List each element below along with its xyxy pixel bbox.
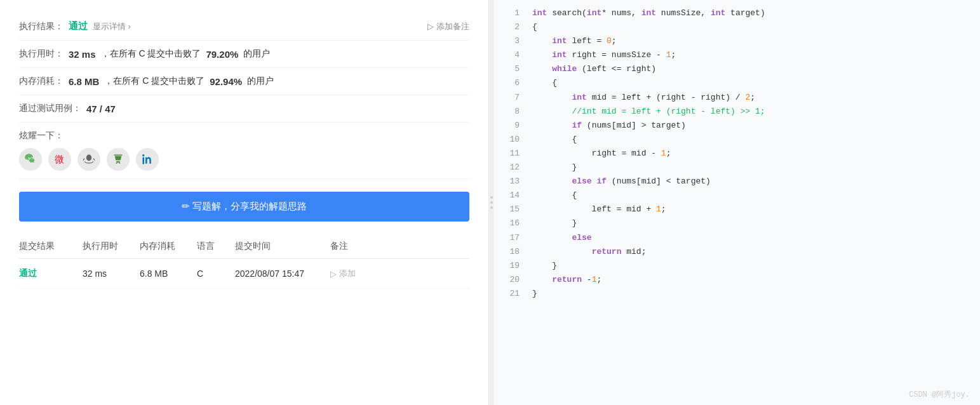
time-suffix: ，在所有 C 提交中击败了 <box>101 48 201 60</box>
code-line-10: { <box>532 133 974 147</box>
line-num-16: 16 <box>500 216 520 230</box>
result-row: 执行结果： 通过 显示详情 ▷ 添加备注 <box>19 13 469 41</box>
code-line-7: int mid = left + (right - right) / 2; <box>532 91 974 105</box>
result-label: 执行结果： <box>19 21 64 32</box>
code-line-15: left = mid + 1; <box>532 202 974 216</box>
cases-row: 通过测试用例： 47 / 47 <box>19 95 469 123</box>
write-solution-button[interactable]: ✏ 写题解，分享我的解题思路 <box>19 192 469 222</box>
add-note-button[interactable]: ▷ 添加备注 <box>427 21 469 32</box>
code-line-16: } <box>532 216 974 230</box>
line-num-15: 15 <box>500 202 520 216</box>
line-num-7: 7 <box>500 91 520 105</box>
line-numbers: 1 2 3 4 5 6 7 8 9 10 11 12 13 14 15 16 1… <box>494 6 526 301</box>
code-line-11: right = mid - 1; <box>532 147 974 161</box>
code-line-5: while (left <= right) <box>532 62 974 76</box>
weibo-icon[interactable]: 微 <box>48 148 71 171</box>
row-memory: 6.8 MB <box>140 269 197 279</box>
line-num-2: 2 <box>500 20 520 34</box>
line-num-3: 3 <box>500 34 520 48</box>
mem-percent: 92.94% <box>210 76 242 87</box>
line-num-6: 6 <box>500 76 520 90</box>
code-container: 1 2 3 4 5 6 7 8 9 10 11 12 13 14 15 16 1… <box>494 0 980 307</box>
line-num-10: 10 <box>500 133 520 147</box>
row-submit-time: 2022/08/07 15:47 <box>235 269 330 279</box>
row-time: 32 ms <box>83 269 140 279</box>
share-section: 炫耀一下： 微 <box>19 123 469 179</box>
add-note-label: 添加备注 <box>436 21 469 32</box>
col-lang: 语言 <box>197 241 235 252</box>
line-num-13: 13 <box>500 175 520 189</box>
code-line-9: if (nums[mid] > target) <box>532 119 974 133</box>
code-line-21: } <box>532 287 974 301</box>
line-num-19: 19 <box>500 259 520 273</box>
douban-icon[interactable] <box>107 148 130 171</box>
watermark: CSDN @阿秀joy. <box>909 389 970 400</box>
line-num-20: 20 <box>500 273 520 287</box>
line-num-12: 12 <box>500 161 520 175</box>
code-lines: int search(int* nums, int numsSize, int … <box>526 6 980 301</box>
code-line-19: } <box>532 259 974 273</box>
left-panel: 执行结果： 通过 显示详情 ▷ 添加备注 执行用时： 32 ms ，在所有 C … <box>0 0 489 405</box>
code-line-14: { <box>532 189 974 202</box>
line-num-8: 8 <box>500 105 520 119</box>
line-num-4: 4 <box>500 48 520 62</box>
line-num-11: 11 <box>500 147 520 161</box>
line-num-14: 14 <box>500 189 520 202</box>
svg-rect-2 <box>114 155 123 156</box>
wechat-icon[interactable] <box>19 148 42 171</box>
divider-dot-3 <box>490 206 493 209</box>
memory-row: 内存消耗： 6.8 MB ，在所有 C 提交中击败了 92.94% 的用户 <box>19 68 469 95</box>
share-label: 炫耀一下： <box>19 130 469 142</box>
panel-divider <box>489 0 494 405</box>
code-line-17: else <box>532 231 974 245</box>
row-result: 通过 <box>19 268 83 279</box>
time-value: 32 ms <box>69 49 96 60</box>
line-num-17: 17 <box>500 231 520 245</box>
line-num-18: 18 <box>500 245 520 259</box>
row-lang: C <box>197 269 235 279</box>
time-label: 执行用时： <box>19 48 64 60</box>
code-line-2: { <box>532 20 974 34</box>
code-line-18: return mid; <box>532 245 974 259</box>
code-editor-panel: 1 2 3 4 5 6 7 8 9 10 11 12 13 14 15 16 1… <box>494 0 980 405</box>
cases-label: 通过测试用例： <box>19 103 81 114</box>
detail-link[interactable]: 显示详情 <box>93 21 131 32</box>
time-unit: 的用户 <box>243 48 270 60</box>
mem-suffix: ，在所有 C 提交中击败了 <box>104 76 205 87</box>
row-note-label: 添加 <box>339 268 356 279</box>
flag-icon: ▷ <box>427 22 434 31</box>
cases-value: 47 / 47 <box>86 103 116 114</box>
mem-unit: 的用户 <box>247 76 274 87</box>
time-percent: 79.20% <box>206 49 238 60</box>
divider-dot-2 <box>490 201 493 204</box>
svg-point-1 <box>86 155 91 161</box>
code-line-1: int search(int* nums, int numsSize, int … <box>532 6 974 20</box>
code-line-20: return -1; <box>532 273 974 287</box>
code-line-12: } <box>532 161 974 175</box>
line-num-5: 5 <box>500 62 520 76</box>
code-line-8: //int mid = left + (right - left) >> 1; <box>532 105 974 119</box>
col-submit-time: 提交时间 <box>235 241 330 252</box>
col-note: 备注 <box>330 241 381 252</box>
qq-icon[interactable] <box>77 148 100 171</box>
share-icons: 微 <box>19 148 469 171</box>
time-row: 执行用时： 32 ms ，在所有 C 提交中击败了 79.20% 的用户 <box>19 41 469 68</box>
code-line-4: int right = numsSize - 1; <box>532 48 974 62</box>
table-header: 提交结果 执行用时 内存消耗 语言 提交时间 备注 <box>19 234 469 259</box>
line-num-21: 21 <box>500 287 520 301</box>
mem-value: 6.8 MB <box>69 76 99 87</box>
mem-label: 内存消耗： <box>19 76 64 87</box>
code-line-6: { <box>532 76 974 90</box>
table-row: 通过 32 ms 6.8 MB C 2022/08/07 15:47 ▷ 添加 <box>19 259 469 289</box>
line-num-9: 9 <box>500 119 520 133</box>
col-memory: 内存消耗 <box>140 241 197 252</box>
row-add-note-button[interactable]: ▷ 添加 <box>330 268 381 279</box>
linkedin-icon[interactable] <box>136 148 159 171</box>
flag-icon-inline: ▷ <box>330 269 337 279</box>
code-line-3: int left = 0; <box>532 34 974 48</box>
svg-rect-3 <box>116 161 120 162</box>
code-line-13: else if (nums[mid] < target) <box>532 175 974 189</box>
col-result: 提交结果 <box>19 241 83 252</box>
line-num-1: 1 <box>500 6 520 20</box>
col-time: 执行用时 <box>83 241 140 252</box>
